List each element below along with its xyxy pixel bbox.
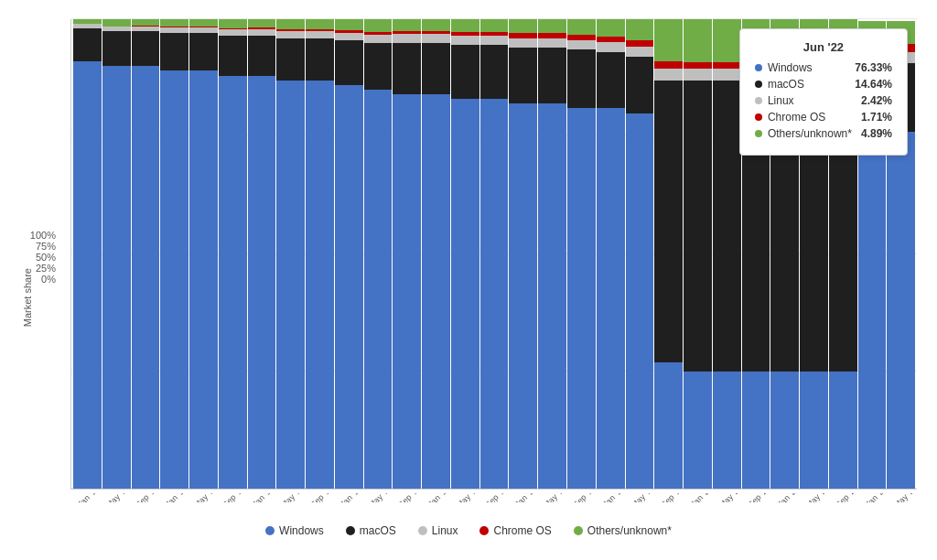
bar-group — [306, 19, 334, 489]
tooltip-value: 14.64% — [855, 78, 892, 91]
bar-segment-chromeos — [248, 27, 276, 29]
y-axis-label: Market share — [22, 268, 33, 327]
bar-segment-windows — [770, 372, 799, 489]
x-label: Sep '16 — [395, 493, 423, 502]
bar-segment-others — [567, 19, 596, 35]
tooltip-row: Others/unknown*4.89% — [755, 127, 892, 140]
bar-segment-windows — [160, 70, 188, 489]
bar-segment-chromeos — [335, 30, 363, 33]
bar-segment-macos — [422, 43, 450, 94]
bar-segment-windows — [597, 108, 625, 489]
chart-container: Market share 100%75%50%25%0% Jun '22Wind… — [20, 19, 917, 541]
bar-segment-macos — [393, 43, 421, 94]
x-label: Jan '16 — [338, 493, 365, 502]
legend-label: Chrome OS — [493, 524, 551, 537]
bar-group — [626, 19, 654, 489]
x-label: May '22 — [892, 493, 917, 502]
bar-segment-windows — [276, 81, 305, 489]
bar-segment-macos — [509, 48, 537, 104]
bar-segment-others — [189, 19, 218, 27]
bar-segment-chromeos — [597, 37, 625, 42]
bar-segment-others — [306, 19, 334, 29]
bar-segment-chromeos — [684, 62, 712, 69]
bar-group — [219, 19, 247, 489]
bar-group — [132, 19, 160, 489]
x-label: May '15 — [279, 493, 307, 502]
tooltip-label-text: Others/unknown* — [768, 127, 852, 140]
y-tick: 0% — [41, 274, 56, 285]
bar-segment-linux — [480, 36, 509, 45]
bar-segment-linux — [102, 27, 131, 31]
bar-segment-linux — [509, 38, 537, 48]
bar-segment-chromeos — [276, 29, 305, 31]
bar-segment-others — [684, 19, 712, 62]
bar-segment-windows — [742, 372, 770, 489]
bar-segment-others — [132, 19, 160, 26]
bar-segment-macos — [306, 38, 334, 81]
x-label: May '18 — [542, 493, 569, 502]
tooltip-dot — [755, 64, 762, 71]
bar-segment-others — [160, 19, 188, 27]
x-label: May '21 — [804, 493, 832, 502]
bar-segment-chromeos — [451, 32, 479, 36]
tooltip-label-text: Chrome OS — [768, 111, 825, 124]
legend-item: Linux — [418, 524, 458, 537]
bar-segment-windows — [248, 76, 276, 489]
bar-segment-macos — [219, 36, 247, 76]
bar-segment-macos — [132, 31, 160, 66]
bar-segment-windows — [829, 372, 857, 489]
plot-area: Jun '22Windows76.33%macOS14.64%Linux2.42… — [70, 19, 917, 517]
bar-segment-linux — [306, 31, 334, 38]
bar-segment-macos — [567, 49, 596, 108]
bar-segment-windows — [393, 94, 421, 489]
x-label: Jan '21 — [775, 493, 802, 502]
bar-segment-macos — [538, 48, 566, 104]
bar-segment-linux — [713, 69, 741, 80]
bar-group — [713, 19, 741, 489]
bar-segment-others — [538, 19, 566, 33]
x-label: Sep '13 — [133, 493, 160, 502]
bar-segment-others — [597, 19, 625, 37]
y-tick: 75% — [36, 241, 56, 252]
tooltip-row-label: macOS — [755, 78, 804, 91]
bar-segment-others — [335, 19, 363, 30]
tooltip-row-label: Windows — [755, 61, 813, 74]
bar-segment-windows — [132, 66, 160, 489]
tooltip: Jun '22Windows76.33%macOS14.64%Linux2.42… — [739, 28, 908, 156]
bar-segment-windows — [626, 113, 654, 489]
bar-group — [597, 19, 625, 489]
x-label: May '13 — [104, 493, 132, 502]
bar-segment-macos — [451, 45, 479, 99]
bar-segment-windows — [654, 362, 683, 490]
x-labels: Jan '13May '13Sep '13Jan '14May '14Sep '… — [70, 493, 917, 502]
bar-segment-macos — [597, 52, 625, 109]
tooltip-dot — [755, 97, 762, 104]
legend-item: Chrome OS — [479, 524, 551, 537]
bar-segment-macos — [364, 43, 393, 90]
bar-segment-linux — [597, 42, 625, 52]
tooltip-dot — [755, 113, 762, 121]
bar-segment-windows — [451, 99, 479, 489]
bar-segment-others — [480, 19, 509, 32]
bar-group — [451, 19, 479, 489]
x-label: May '14 — [191, 493, 219, 502]
bar-segment-others — [626, 19, 654, 40]
bar-segment-chromeos — [480, 32, 509, 36]
bar-segment-windows — [189, 70, 218, 489]
bar-segment-macos — [626, 57, 654, 113]
tooltip-label-text: Windows — [768, 61, 813, 74]
bar-segment-macos — [276, 38, 305, 81]
bar-group — [248, 19, 276, 489]
x-label: Jan '19 — [600, 493, 628, 502]
legend-label: Windows — [279, 524, 324, 537]
bar-segment-chromeos — [364, 32, 393, 35]
bar-segment-chromeos — [306, 29, 334, 31]
bar-segment-windows — [102, 66, 131, 489]
bar-segment-windows — [800, 372, 828, 489]
bar-group — [684, 19, 712, 489]
legend: WindowsmacOSLinuxChrome OSOthers/unknown… — [20, 517, 917, 541]
x-label: Sep '20 — [746, 493, 773, 502]
bar-segment-linux — [538, 38, 566, 48]
legend-label: Linux — [432, 524, 458, 537]
bar-segment-chromeos — [654, 61, 683, 69]
